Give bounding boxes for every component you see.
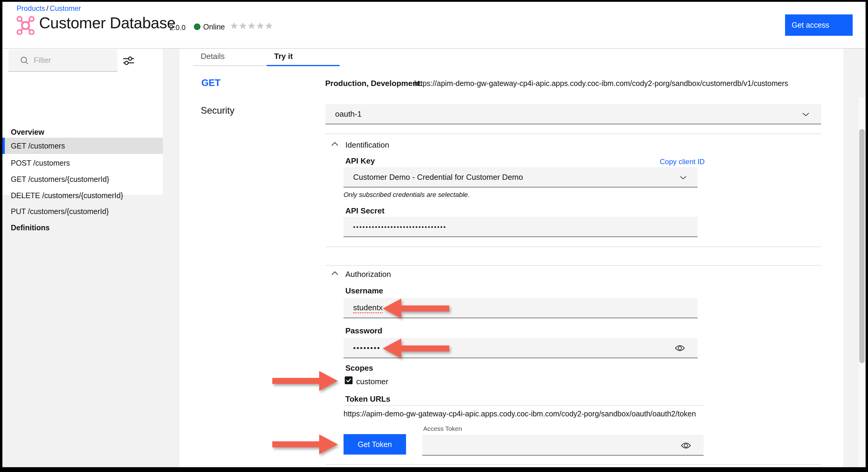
- authorization-section-title[interactable]: Authorization: [345, 270, 391, 279]
- frame-border-bottom: [0, 467, 868, 472]
- identification-section-title[interactable]: Identification: [345, 140, 389, 150]
- header: Products / Customer Customer Database 2.…: [2, 2, 866, 49]
- token-urls-label: Token URLs: [345, 394, 391, 404]
- api-key-select[interactable]: Customer Demo - Credential for Customer …: [344, 167, 698, 187]
- token-urls-divider: [344, 405, 704, 406]
- frame-border-right: [866, 0, 868, 472]
- sidebar-item-post-customers[interactable]: POST /customers: [2, 155, 163, 171]
- endpoint-url: https://apim-demo-gw-gateway-cp4i-apic.a…: [414, 79, 788, 88]
- access-token-field[interactable]: [422, 435, 704, 456]
- get-access-button[interactable]: Get access: [785, 14, 853, 36]
- star-icon[interactable]: [247, 22, 256, 30]
- star-icon[interactable]: [230, 22, 238, 30]
- scope-customer-checkbox[interactable]: [345, 376, 352, 384]
- breadcrumb: Products / Customer: [17, 4, 81, 12]
- section-divider: [326, 265, 821, 266]
- section-divider: [326, 246, 821, 247]
- security-scheme-value: oauth-1: [335, 109, 362, 118]
- online-status-dot: [194, 24, 200, 30]
- sidebar-item-definitions[interactable]: Definitions: [2, 219, 163, 236]
- annotation-arrow-password: [382, 338, 449, 358]
- search-icon: [20, 56, 29, 65]
- filter-settings-icon[interactable]: [122, 54, 135, 67]
- rating-stars[interactable]: [230, 22, 273, 30]
- chevron-down-icon: [680, 175, 687, 180]
- get-token-button[interactable]: Get Token: [344, 434, 406, 454]
- breadcrumb-products-link[interactable]: Products: [17, 4, 45, 12]
- frame-border-left: [0, 0, 2, 472]
- username-value: studentx: [353, 303, 382, 313]
- annotation-arrow-get-token: [272, 435, 338, 454]
- star-icon[interactable]: [256, 22, 265, 30]
- tab-try-it[interactable]: Try it: [267, 49, 340, 66]
- section-divider: [326, 134, 821, 134]
- api-secret-masked-value: ••••••••••••••••••••••••••••••: [353, 224, 446, 231]
- endpoint-env-label: Production, Development:: [325, 79, 423, 88]
- filter-search-box[interactable]: [8, 49, 118, 71]
- username-label: Username: [345, 286, 383, 296]
- password-label: Password: [345, 326, 382, 335]
- sidebar-item-get-customer-by-id[interactable]: GET /customers/{customerId}: [2, 171, 163, 187]
- security-section-label: Security: [201, 105, 235, 116]
- filter-input[interactable]: [34, 49, 115, 71]
- show-token-eye-icon[interactable]: [681, 442, 691, 449]
- sidebar-item-put-customer[interactable]: PUT /customers/{customerId}: [2, 203, 163, 219]
- tab-details[interactable]: Details: [193, 49, 266, 66]
- api-version: 2.0.0: [169, 24, 185, 32]
- copy-client-id-link[interactable]: Copy client ID: [660, 157, 705, 166]
- star-icon[interactable]: [265, 22, 273, 30]
- star-icon[interactable]: [239, 22, 247, 30]
- app-window: Products / Customer Customer Database 2.…: [0, 0, 868, 472]
- api-secret-field[interactable]: ••••••••••••••••••••••••••••••: [344, 217, 698, 237]
- frame-border-top: [0, 0, 868, 2]
- chevron-down-icon: [802, 112, 810, 117]
- security-scheme-select[interactable]: oauth-1: [326, 104, 821, 124]
- api-secret-label: API Secret: [345, 206, 384, 215]
- show-password-eye-icon[interactable]: [675, 344, 685, 352]
- api-key-label: API Key: [345, 156, 375, 166]
- api-key-value: Customer Demo - Credential for Customer …: [353, 172, 523, 182]
- scrollbar-thumb[interactable]: [859, 129, 865, 363]
- sidebar-item-get-customers[interactable]: GET /customers: [2, 138, 163, 154]
- scopes-label: Scopes: [345, 363, 373, 373]
- page-background: Overview GET /customers POST /customers …: [2, 49, 866, 467]
- annotation-arrow-username: [382, 298, 449, 318]
- token-url: https://apim-demo-gw-gateway-cp4i-apic.a…: [344, 410, 696, 418]
- breadcrumb-separator: /: [46, 4, 49, 12]
- sidebar: Overview GET /customers POST /customers …: [2, 49, 163, 195]
- sidebar-item-delete-customer[interactable]: DELETE /customers/{customerId}: [2, 187, 163, 204]
- online-status-label: Online: [203, 23, 225, 31]
- credentials-note: Only subscribed credentials are selectab…: [344, 191, 469, 199]
- password-masked-value: ••••••••: [353, 344, 380, 352]
- product-hub-icon: [16, 15, 35, 35]
- page-title: Customer Database: [39, 14, 176, 32]
- breadcrumb-customer-link[interactable]: Customer: [50, 4, 81, 12]
- scrollbar-track[interactable]: [858, 97, 866, 472]
- checkmark-icon: [346, 378, 351, 382]
- annotation-arrow-scopes: [272, 371, 338, 391]
- access-token-label: Access Token: [423, 425, 462, 432]
- chevron-up-icon[interactable]: [331, 271, 338, 275]
- method-label: GET: [202, 78, 221, 88]
- main-content: Details Try it GET Security Production, …: [180, 49, 843, 467]
- section-divider: [326, 464, 821, 465]
- chevron-up-icon[interactable]: [331, 142, 338, 146]
- scope-customer-label: customer: [356, 377, 388, 386]
